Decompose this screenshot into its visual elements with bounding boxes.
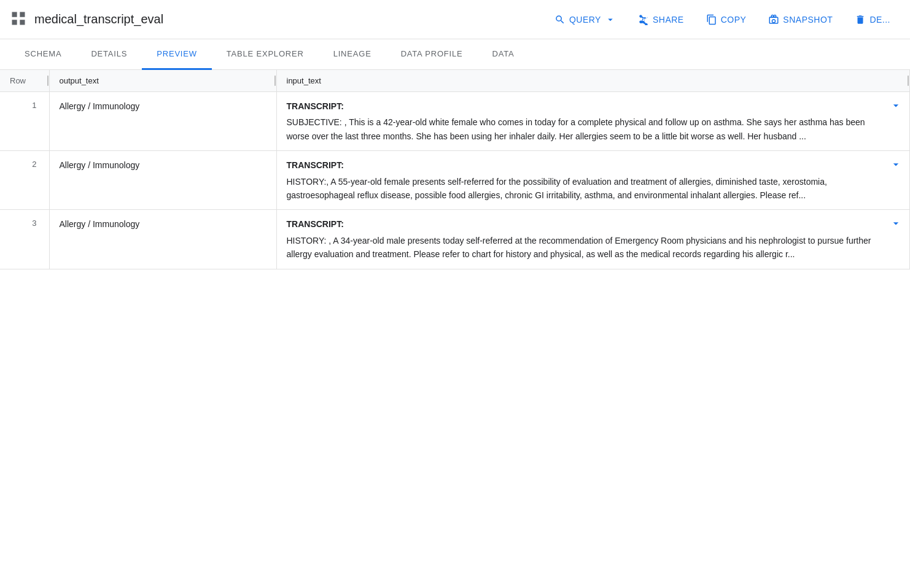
- transcript-label: TRANSCRIPT:: [287, 217, 878, 231]
- query-button[interactable]: QUERY: [545, 9, 626, 30]
- input-text-value: HISTORY:, A 55-year-old female presents …: [287, 177, 827, 200]
- col-header-output-text: output_text: [49, 70, 276, 92]
- row-number: 3: [32, 219, 36, 228]
- output-text-cell: Allergy / Immunology: [49, 210, 276, 269]
- tab-data-extra[interactable]: DATA: [478, 39, 529, 70]
- row-number-cell: 3: [0, 210, 49, 269]
- tab-preview[interactable]: PREVIEW: [142, 39, 212, 70]
- snapshot-icon: [768, 14, 779, 25]
- transcript-label: TRANSCRIPT:: [287, 158, 878, 172]
- table-row: 1Allergy / ImmunologyTRANSCRIPT:SUBJECTI…: [0, 92, 910, 151]
- header-left: medical_transcript_eval: [10, 10, 545, 29]
- header-actions: QUERY SHARE COPY SNAPSHOT DE...: [545, 9, 900, 30]
- row-number-cell: 1: [0, 92, 49, 151]
- input-text-value: SUBJECTIVE: , This is a 42-year-old whit…: [287, 117, 865, 141]
- output-text-cell: Allergy / Immunology: [49, 151, 276, 210]
- row-number: 2: [32, 160, 36, 169]
- snapshot-button-label: SNAPSHOT: [783, 15, 833, 25]
- delete-button[interactable]: DE...: [845, 9, 900, 30]
- tab-details[interactable]: DETAILS: [76, 39, 142, 70]
- expand-row-button[interactable]: [890, 217, 902, 233]
- query-button-label: QUERY: [569, 15, 601, 25]
- input-text-value: HISTORY: , A 34-year-old male presents t…: [287, 236, 871, 259]
- chevron-down-icon: [605, 14, 616, 25]
- data-table-container: Row output_text input_text 1Allergy / Im…: [0, 70, 910, 269]
- table-row: 2Allergy / ImmunologyTRANSCRIPT:HISTORY:…: [0, 151, 910, 210]
- delete-icon: [855, 14, 866, 25]
- copy-button-label: COPY: [721, 15, 747, 25]
- input-text-cell: TRANSCRIPT:HISTORY:, A 55-year-old femal…: [276, 151, 910, 210]
- row-number: 1: [32, 101, 36, 110]
- data-table: Row output_text input_text 1Allergy / Im…: [0, 70, 910, 269]
- input-text-content: TRANSCRIPT:HISTORY:, A 55-year-old femal…: [287, 158, 900, 202]
- resize-handle-row[interactable]: [47, 70, 49, 91]
- share-button-label: SHARE: [653, 15, 684, 25]
- table-grid-icon: [10, 10, 27, 29]
- snapshot-button[interactable]: SNAPSHOT: [758, 9, 842, 30]
- tab-bar: SCHEMA DETAILS PREVIEW TABLE EXPLORER LI…: [0, 39, 910, 70]
- resize-handle-output[interactable]: [274, 70, 276, 91]
- output-text-value: Allergy / Immunology: [60, 219, 140, 229]
- col-header-row: Row: [0, 70, 49, 92]
- tab-data-profile[interactable]: DATA PROFILE: [386, 39, 478, 70]
- input-text-cell: TRANSCRIPT:SUBJECTIVE: , This is a 42-ye…: [276, 92, 910, 151]
- transcript-label: TRANSCRIPT:: [287, 99, 878, 113]
- tab-lineage[interactable]: LINEAGE: [319, 39, 386, 70]
- row-number-cell: 2: [0, 151, 49, 210]
- copy-icon: [706, 14, 717, 25]
- expand-row-button[interactable]: [890, 158, 902, 174]
- table-header-row: Row output_text input_text: [0, 70, 910, 92]
- copy-button[interactable]: COPY: [696, 9, 756, 30]
- output-text-value: Allergy / Immunology: [60, 160, 140, 170]
- share-icon: [638, 14, 649, 25]
- expand-row-button[interactable]: [890, 99, 902, 115]
- app-header: medical_transcript_eval QUERY SHARE COPY…: [0, 0, 910, 39]
- resize-handle-input[interactable]: [907, 70, 909, 91]
- col-header-input-text: input_text: [276, 70, 910, 92]
- input-text-content: TRANSCRIPT:SUBJECTIVE: , This is a 42-ye…: [287, 99, 900, 143]
- page-title: medical_transcript_eval: [34, 12, 163, 26]
- output-text-cell: Allergy / Immunology: [49, 92, 276, 151]
- table-row: 3Allergy / ImmunologyTRANSCRIPT:HISTORY:…: [0, 210, 910, 269]
- output-text-value: Allergy / Immunology: [60, 101, 140, 111]
- tab-schema[interactable]: SCHEMA: [10, 39, 76, 70]
- delete-button-label: DE...: [869, 15, 890, 25]
- tab-table-explorer[interactable]: TABLE EXPLORER: [212, 39, 319, 70]
- input-text-content: TRANSCRIPT:HISTORY: , A 34-year-old male…: [287, 217, 900, 261]
- input-text-cell: TRANSCRIPT:HISTORY: , A 34-year-old male…: [276, 210, 910, 269]
- share-button[interactable]: SHARE: [628, 9, 694, 30]
- search-icon: [554, 14, 566, 25]
